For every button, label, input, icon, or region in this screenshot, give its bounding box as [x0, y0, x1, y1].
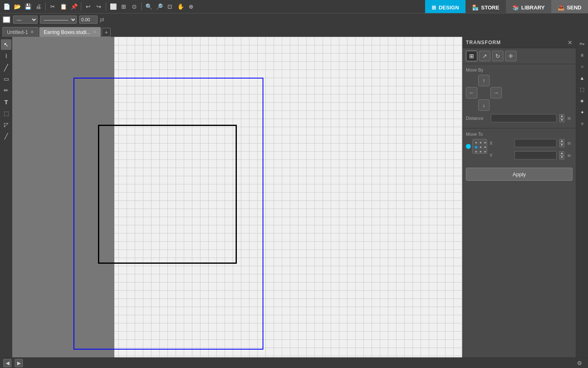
save-button[interactable]: 💾: [23, 2, 33, 11]
crosshair-button[interactable]: ⊕: [186, 2, 196, 11]
zoom-fit-button[interactable]: ⊡: [165, 2, 175, 11]
tab-close-icon[interactable]: ✕: [93, 29, 96, 35]
stroke-color-swatch[interactable]: [2, 16, 11, 23]
line-weight-select[interactable]: ——————: [40, 16, 77, 24]
move-right-button[interactable]: →: [490, 87, 502, 99]
anchor-mc[interactable]: [480, 146, 481, 148]
pencil-tool-icon[interactable]: ✏: [1, 85, 11, 96]
stroke-style-select[interactable]: —: [13, 16, 38, 24]
select-tool-icon[interactable]: ↖: [1, 39, 11, 50]
canvas-area[interactable]: [12, 37, 462, 357]
node-tool-icon[interactable]: ⌇: [1, 51, 11, 61]
anchor-grid[interactable]: [472, 139, 487, 154]
redo-button[interactable]: ↪: [94, 2, 104, 11]
group-button[interactable]: ⊙: [129, 2, 139, 11]
eraser-tool-icon[interactable]: ⬚: [1, 108, 11, 119]
x-input[interactable]: [514, 139, 557, 147]
design-nav-button[interactable]: ⊞ DESIGN: [425, 0, 466, 15]
copy-button[interactable]: 📋: [58, 2, 68, 11]
store-label: STORE: [481, 4, 499, 11]
bottom-bar: ◀ ▶ ⚙: [0, 357, 588, 368]
library-nav-button[interactable]: 📚 LIBRARY: [506, 0, 551, 15]
fill-tool-icon[interactable]: ◸: [1, 119, 11, 130]
right-icon-circle[interactable]: ○: [577, 61, 588, 72]
paste-button[interactable]: 📌: [69, 2, 79, 11]
anchor-bl[interactable]: [475, 151, 477, 153]
cut-button[interactable]: ✂: [48, 2, 58, 11]
move-up-button[interactable]: ↑: [478, 75, 490, 86]
apply-button[interactable]: Apply: [466, 168, 572, 181]
move-left-button[interactable]: ←: [466, 87, 477, 99]
distance-field-row: Distance 0.000 ▲ ▼ in: [466, 114, 572, 122]
undo-button[interactable]: ↩: [83, 2, 93, 11]
zoom-out-button[interactable]: 🔎: [154, 2, 164, 11]
y-label: Y: [490, 153, 512, 158]
new-file-button[interactable]: 📄: [2, 2, 11, 11]
transform-rotate-tab[interactable]: ↗: [479, 51, 490, 61]
zoom-in-button[interactable]: 🔍: [144, 2, 154, 11]
text-tool-icon[interactable]: T: [1, 96, 11, 107]
knife-tool-icon[interactable]: ╱: [1, 131, 11, 141]
transform-move-tab[interactable]: ⊞: [466, 51, 477, 61]
right-icon-filter[interactable]: ≡: [577, 50, 588, 61]
right-icon-star2[interactable]: ✦: [577, 107, 588, 118]
y-input[interactable]: [514, 151, 557, 159]
settings-icon[interactable]: ⚙: [574, 358, 585, 368]
empty-cell: [466, 75, 477, 86]
anchor-bc[interactable]: [480, 151, 481, 153]
y-increment[interactable]: ▲: [559, 151, 564, 155]
x-decrement[interactable]: ▼: [559, 143, 564, 147]
distance-decrement[interactable]: ▼: [559, 118, 564, 122]
distance-spin: ▲ ▼: [559, 114, 564, 122]
right-icon-rect[interactable]: ⬚: [577, 84, 588, 95]
y-decrement[interactable]: ▼: [559, 155, 564, 159]
move-down-button[interactable]: ↓: [478, 99, 490, 111]
anchor-tc[interactable]: [480, 142, 481, 144]
anchor-ml[interactable]: [475, 146, 477, 148]
x-input-wrapper: [514, 139, 557, 147]
separator: [106, 2, 106, 11]
y-input-wrapper: [514, 151, 557, 159]
right-icon-triangle[interactable]: ▲: [577, 73, 588, 83]
transform-flip-tab[interactable]: ↻: [492, 51, 503, 61]
panel-close-button[interactable]: ✕: [568, 39, 572, 46]
tab-close-icon[interactable]: ✕: [30, 29, 34, 35]
stroke-width-input[interactable]: 0.00: [79, 16, 98, 24]
add-tab-button[interactable]: +: [102, 28, 111, 37]
store-nav-button[interactable]: 🏪 STORE: [466, 0, 506, 15]
panel-tabs: ⊞ ↗ ↻ ✛: [463, 48, 576, 64]
right-icon-star1[interactable]: ★: [577, 96, 588, 106]
move-tool-button[interactable]: ✋: [176, 2, 185, 11]
anchor-tr[interactable]: [484, 142, 486, 144]
design-icon: ⊞: [432, 4, 436, 11]
distance-input[interactable]: 0.000: [491, 114, 557, 122]
anchor-br[interactable]: [484, 151, 486, 153]
transform-panel: TRANSFORM ✕ ⊞ ↗ ↻ ✛ Move By ↑ ←: [462, 37, 576, 357]
move-to-section: Move To: [463, 128, 576, 165]
scroll-left-button[interactable]: ◀: [3, 359, 11, 367]
right-icon-pix[interactable]: Pix: [577, 38, 588, 49]
rectangle-tool-icon[interactable]: ▭: [1, 74, 11, 84]
tab-untitled[interactable]: Untitled-1 ✕: [2, 27, 38, 37]
transform-scale-tab[interactable]: ✛: [505, 51, 517, 61]
line-tool-icon[interactable]: ╱: [1, 62, 11, 73]
panel-title: TRANSFORM: [466, 40, 501, 45]
anchor-tl[interactable]: [475, 142, 477, 144]
x-increment[interactable]: ▲: [559, 139, 564, 143]
tab-earring[interactable]: Earring Boxes.studi... ✕: [39, 27, 101, 37]
distance-increment[interactable]: ▲: [559, 114, 564, 118]
stroke-unit-label: pt: [100, 17, 104, 22]
distance-unit: in: [568, 116, 572, 121]
select-all-button[interactable]: ⬜: [108, 2, 118, 11]
main-area: ↖ ⌇ ╱ ▭ ✏ T ⬚ ◸ ╱: [0, 37, 588, 357]
x-unit: in: [568, 141, 572, 146]
open-file-button[interactable]: 📂: [12, 2, 22, 11]
print-button[interactable]: 🖨: [33, 2, 43, 11]
scroll-right-button[interactable]: ▶: [15, 359, 23, 367]
send-nav-button[interactable]: 📤 SEND: [551, 0, 588, 15]
deselect-button[interactable]: ⊞: [119, 2, 129, 11]
right-icon-star3[interactable]: ✧: [577, 119, 588, 129]
anchor-mr[interactable]: [484, 146, 486, 148]
x-label: X: [490, 141, 512, 146]
direction-arrows: ↑ ← → ↓: [466, 75, 572, 111]
